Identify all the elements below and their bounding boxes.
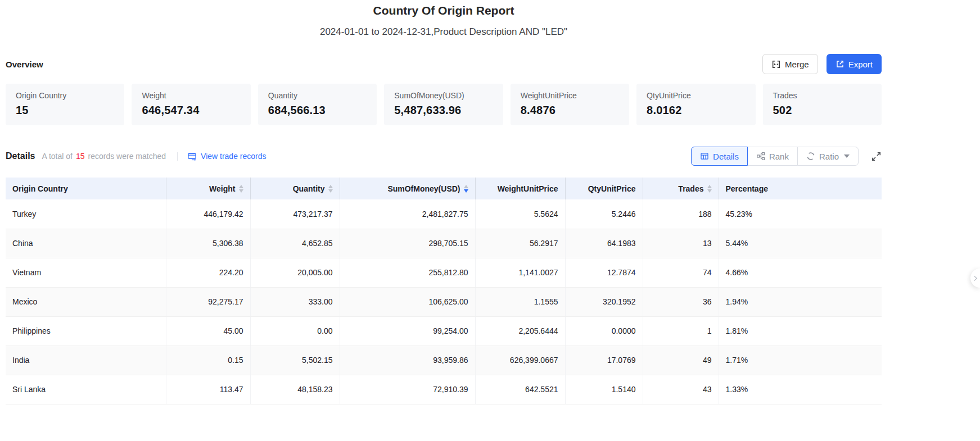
table-cell: 20,005.00: [250, 258, 340, 287]
fullscreen-button[interactable]: [871, 151, 882, 162]
stat-card-value: 684,566.13: [268, 104, 367, 117]
stat-card: WeightUnitPrice8.4876: [511, 84, 629, 125]
origin-country-table: Origin CountryWeightQuantitySumOfMoney(U…: [6, 178, 882, 404]
export-button[interactable]: Export: [827, 54, 882, 74]
column-header-label: SumOfMoney(USD): [387, 184, 460, 193]
table-cell: 36: [643, 287, 719, 316]
view-trade-records-label: View trade records: [201, 152, 266, 161]
column-sorter[interactable]: [707, 185, 712, 193]
table-cell: 5.44%: [719, 229, 882, 258]
overview-cards: Origin Country15Weight646,547.34Quantity…: [6, 84, 882, 125]
table-cell: 2,481,827.75: [340, 199, 475, 229]
stat-card-label: Weight: [142, 91, 240, 100]
stat-card-label: Quantity: [268, 91, 367, 100]
stat-card: Weight646,547.34: [132, 84, 250, 125]
table-cell: 1.94%: [719, 287, 882, 316]
table-cell: 92,275.17: [166, 287, 250, 316]
details-section-label: Details: [6, 151, 35, 161]
column-sorter[interactable]: [328, 185, 333, 193]
column-header-quantity[interactable]: Quantity: [250, 178, 340, 199]
table-cell: India: [6, 345, 166, 375]
table-cell: 188: [643, 199, 719, 229]
tab-details[interactable]: Details: [691, 147, 748, 166]
table-cell: China: [6, 229, 166, 258]
table-cell: 1.5140: [565, 375, 643, 404]
table-cell: 64.1983: [565, 229, 643, 258]
divider: [177, 152, 178, 161]
table-row: Sri Lanka113.4748,158.2372,910.39642.552…: [6, 375, 882, 404]
table-cell: 5,502.15: [250, 345, 340, 375]
trade-records-icon: [187, 152, 197, 161]
table-cell: 0.00: [250, 316, 340, 345]
table-row: Vietnam224.2020,005.00255,812.801,141.00…: [6, 258, 882, 287]
column-sorter[interactable]: [464, 185, 468, 193]
table-cell: 333.00: [250, 287, 340, 316]
stat-card-value: 646,547.34: [142, 104, 240, 117]
table-cell: 74: [643, 258, 719, 287]
table-cell: 93,959.86: [340, 345, 475, 375]
sort-ascending-caret: [239, 185, 243, 188]
report-subtitle: 2024-01-01 to 2024-12-31,Product Descrip…: [6, 26, 882, 38]
table-cell: 0.0000: [565, 316, 643, 345]
export-button-label: Export: [848, 60, 873, 69]
tab-rank[interactable]: Rank: [747, 147, 798, 166]
stat-card-value: 8.0162: [647, 104, 745, 117]
stat-card-value: 8.4876: [521, 104, 619, 117]
ratio-icon: [806, 152, 815, 161]
sort-descending-caret: [464, 189, 468, 193]
column-header-trades[interactable]: Trades: [643, 178, 719, 199]
stat-card-value: 15: [16, 104, 114, 117]
table-cell: 45.00: [166, 316, 250, 345]
column-header-label: Weight: [209, 184, 235, 193]
floating-widget-handle[interactable]: [970, 269, 980, 288]
stat-card-label: Trades: [773, 91, 871, 100]
table-cell: 320.1952: [565, 287, 643, 316]
table-row: Philippines45.000.0099,254.002,205.64440…: [6, 316, 882, 345]
table-cell: 4.66%: [719, 258, 882, 287]
table-cell: 45.23%: [719, 199, 882, 229]
stat-card-value: 5,487,633.96: [394, 104, 493, 117]
table-cell: Vietnam: [6, 258, 166, 287]
column-header-weightunitprice: WeightUnitPrice: [475, 178, 565, 199]
table-cell: Turkey: [6, 199, 166, 229]
column-header-label: Trades: [678, 184, 703, 193]
column-header-label: Origin Country: [12, 184, 68, 193]
table-cell: 5.2446: [565, 199, 643, 229]
table-cell: 224.20: [166, 258, 250, 287]
table-row: India0.155,502.1593,959.86626,399.066717…: [6, 345, 882, 375]
stat-card-value: 502: [773, 104, 871, 117]
tab-details-label: Details: [713, 152, 739, 161]
table-row: Mexico92,275.17333.00106,625.001.1555320…: [6, 287, 882, 316]
column-header-label: Percentage: [726, 184, 768, 193]
table-header-row: Origin CountryWeightQuantitySumOfMoney(U…: [6, 178, 882, 199]
export-icon: [836, 60, 844, 69]
table-cell: Philippines: [6, 316, 166, 345]
table-cell: 99,254.00: [340, 316, 475, 345]
column-header-label: Quantity: [293, 184, 325, 193]
column-header-weight[interactable]: Weight: [166, 178, 250, 199]
chevron-down-icon: [844, 154, 850, 158]
stat-card: SumOfMoney(USD)5,487,633.96: [384, 84, 503, 125]
stat-card: Quantity684,566.13: [258, 84, 377, 125]
tab-ratio[interactable]: Ratio: [797, 147, 859, 166]
tab-rank-label: Rank: [769, 152, 789, 161]
column-sorter[interactable]: [239, 185, 243, 193]
table-cell: 255,812.80: [340, 258, 475, 287]
matched-count: 15: [76, 152, 85, 161]
table-icon: [700, 152, 709, 161]
overview-header: Overview Merge Export: [6, 54, 882, 74]
stat-card: Origin Country15: [6, 84, 124, 125]
view-mode-tabs: Details Rank: [691, 147, 859, 166]
table-cell: 1.81%: [719, 316, 882, 345]
details-header: Details A total of15records were matched…: [6, 146, 882, 166]
table-cell: 106,625.00: [340, 287, 475, 316]
table-cell: Sri Lanka: [6, 375, 166, 404]
table-cell: 48,158.23: [250, 375, 340, 404]
sort-ascending-caret: [707, 185, 712, 188]
view-trade-records-link[interactable]: View trade records: [187, 152, 266, 161]
merge-button[interactable]: Merge: [762, 54, 818, 74]
table-cell: 642.5521: [475, 375, 565, 404]
merge-cells-icon: [771, 60, 781, 69]
column-header-sumofmoney-usd[interactable]: SumOfMoney(USD): [340, 178, 475, 199]
stat-card: Trades502: [763, 84, 882, 125]
